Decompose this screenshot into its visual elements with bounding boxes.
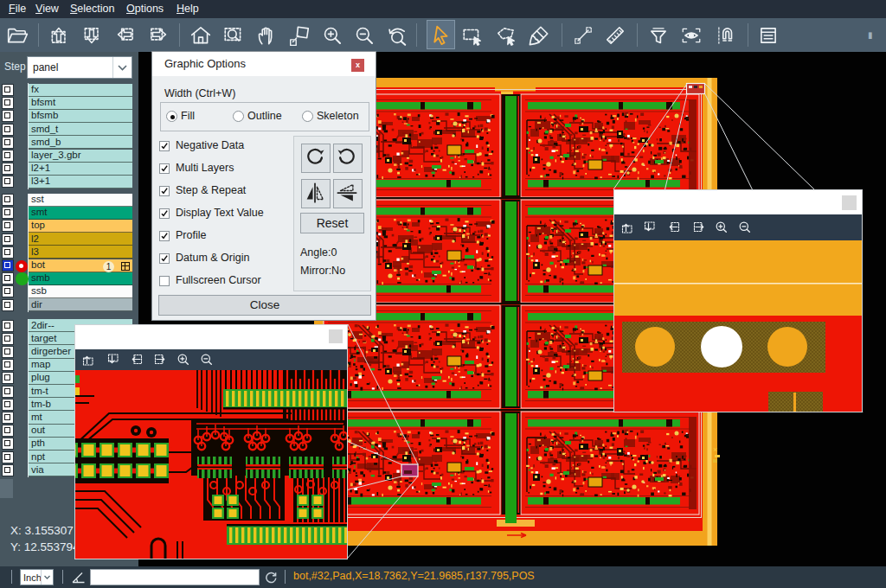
svg-text:×: × bbox=[713, 445, 717, 454]
